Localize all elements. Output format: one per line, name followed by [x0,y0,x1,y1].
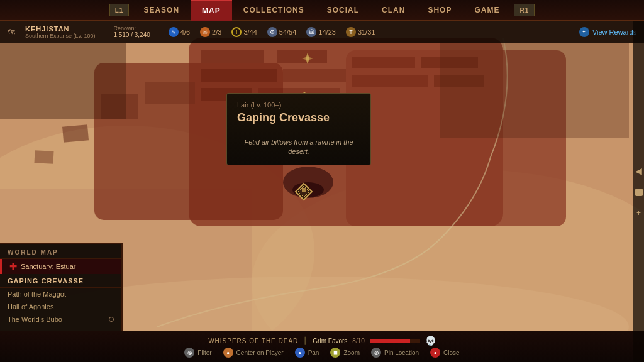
trophies-icon: T [346,27,356,37]
svg-rect-35 [300,192,308,192]
sidebar-worlds-bubo[interactable]: The World's Bubo [0,313,121,326]
card-subtitle: Lair (Lv. 100+) [237,101,360,109]
scroll-down-arrow[interactable]: + [636,209,641,217]
cross-icon: ✚ [9,261,17,272]
pin-label: Pin Location [384,349,419,356]
events-icon: ⚙ [267,27,277,37]
renown-info: Renown: 1,510 / 3,240 [113,25,158,38]
renown-label: Renown: [113,25,150,31]
map-pin-lair-bottom[interactable] [294,182,313,204]
close-label: Close [443,349,460,356]
view-rewards-button[interactable]: ✦ View Rewards [579,27,636,37]
rb-button[interactable]: R1 [514,4,535,16]
region-sub: Southern Expanse (Lv. 100) [25,33,95,39]
location-tooltip: Lair (Lv. 100+) Gaping Crevasse Fetid ai… [226,93,371,165]
sidebar: WORLD MAP ✚ Sanctuary: Estuar GAPING CRE… [0,243,123,331]
svg-rect-13 [352,57,415,68]
tab-season[interactable]: SEASON [132,0,191,21]
tab-social[interactable]: SOCIAL [316,0,370,21]
svg-rect-34 [302,188,306,192]
pin-button[interactable]: ◎ [371,348,381,358]
control-close: ● Close [430,348,460,358]
svg-rect-9 [201,69,277,82]
tab-shop[interactable]: SHOP [416,0,463,21]
sidebar-path-maggot[interactable]: Path of the Maggot [0,288,121,300]
scroll-panel: ◀ + [633,21,644,362]
stat-cellars: 🏛 14/23 [306,27,336,37]
header-bar: 🗺 KEHJISTAN Southern Expanse (Lv. 100) R… [0,21,644,43]
svg-rect-20 [145,82,195,104]
dungeons-icon: ☠ [200,27,210,37]
world-map-header: WORLD MAP [0,244,121,259]
trophies-value: 31/31 [358,28,375,36]
zoom-label: Zoom [343,349,360,356]
sidebar-hall-agonies[interactable]: Hall of Agonies [0,300,121,313]
region-name: KEHJISTAN [25,25,95,33]
zoom-button[interactable]: ◼ [330,348,340,358]
close-button[interactable]: ● [430,348,440,358]
card-divider [237,131,360,131]
tab-clan[interactable]: CLAN [370,0,416,21]
map-pin-north[interactable] [301,52,314,68]
waypoints-value: 4/6 [180,28,190,36]
lb-button[interactable]: L1 [109,4,130,16]
svg-rect-10 [283,69,346,82]
map-icon: 🗺 [8,28,15,36]
svg-rect-15 [352,75,428,87]
tab-game[interactable]: GAME [463,0,511,21]
filter-button[interactable]: ◎ [184,348,194,358]
quest-name: WHISPERS OF THE DEAD [208,337,298,344]
control-center: ● Center on Player [223,348,284,358]
sanctuary-label: Sanctuary: Estuar [21,263,75,270]
dungeons-value: 2/3 [212,28,221,36]
controls-bar: ◎ Filter ● Center on Player ● Pan ◼ Zoom… [184,348,459,358]
svg-rect-7 [201,50,264,63]
dot-indicator [109,317,114,322]
quests-value: 3/44 [243,28,257,36]
top-navigation: L1 SEASON MAP COLLECTIONS SOCIAL CLAN SH… [0,0,644,21]
quest-progress: 8/10 [352,337,364,344]
center-label: Center on Player [236,349,284,356]
card-description: Fetid air billows from a ravine in the d… [237,138,360,157]
stat-events: ⚙ 54/54 [267,27,297,37]
quest-progress-fill [370,339,410,343]
control-filter: ◎ Filter [184,348,211,358]
svg-rect-25 [62,124,89,142]
waypoints-icon: ≋ [169,27,179,37]
quest-separator: ┃ [303,337,308,345]
control-pan: ● Pan [295,348,319,358]
tab-collections[interactable]: COLLECTIONS [232,0,316,21]
svg-rect-22 [0,43,126,119]
stat-dungeons: ☠ 2/3 [200,27,221,37]
scroll-up-arrow[interactable]: ◀ [635,166,642,176]
skull-icon: 💀 [425,336,436,346]
location-header: GAPING CREVASSE [0,274,121,288]
control-pin: ◎ Pin Location [371,348,419,358]
control-zoom: ◼ Zoom [330,348,360,358]
filter-label: Filter [197,349,211,356]
worlds-bubo-label: The World's Bubo [8,315,62,323]
svg-rect-23 [440,43,629,138]
events-value: 54/54 [279,28,297,36]
stat-quests: ! 3/44 [231,27,257,37]
scroll-handle[interactable] [635,189,643,196]
view-rewards-label: View Rewards [592,28,636,36]
svg-rect-26 [34,150,53,164]
stat-trophies: T 31/31 [346,27,375,37]
pan-button[interactable]: ● [295,348,305,358]
quests-icon: ! [231,27,242,37]
rewards-icon: ✦ [579,27,589,37]
bottom-bar: WHISPERS OF THE DEAD ┃ Grim Favors 8/10 … [0,331,644,362]
region-info: KEHJISTAN Southern Expanse (Lv. 100) [25,25,103,39]
stat-waypoints: ≋ 4/6 [169,27,190,37]
quest-tracker: WHISPERS OF THE DEAD ┃ Grim Favors 8/10 … [208,336,436,346]
sanctuary-item[interactable]: ✚ Sanctuary: Estuar [0,259,121,274]
card-title: Gaping Crevasse [237,111,360,124]
svg-point-29 [306,57,309,60]
cellars-icon: 🏛 [306,27,316,37]
center-button[interactable]: ● [223,348,233,358]
pan-label: Pan [308,349,319,356]
tab-map[interactable]: MAP [191,0,232,21]
quest-task: Grim Favors [313,337,347,344]
cellars-value: 14/23 [318,28,336,36]
